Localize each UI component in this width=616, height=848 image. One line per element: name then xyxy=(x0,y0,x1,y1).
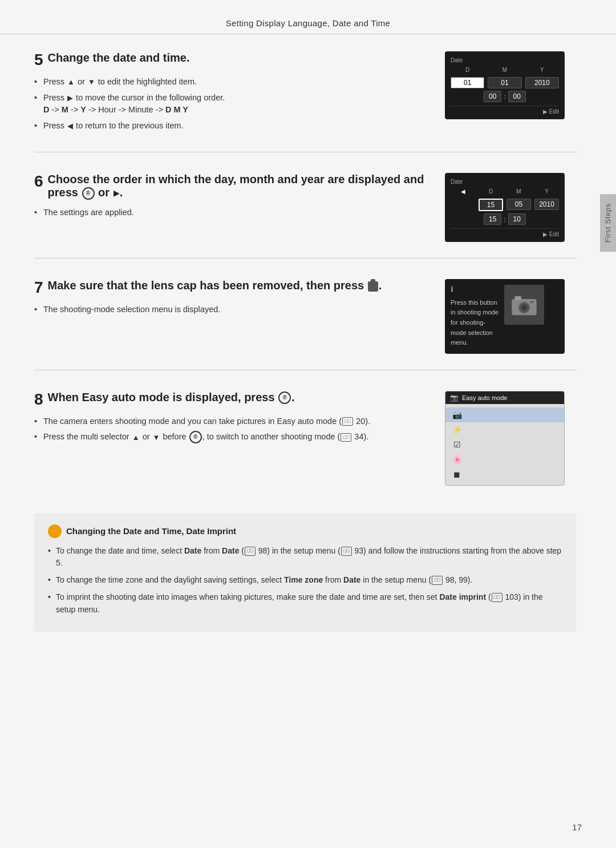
step-7-camera-screen: ℹ Press this buttonin shooting modefor s… xyxy=(445,279,565,354)
step-5-y-val: 2010 xyxy=(525,77,559,88)
step-6-section: 6 Choose the order in which the day, mon… xyxy=(34,173,576,259)
step-7-title-text: Make sure that the lens cap has been rem… xyxy=(48,279,428,292)
svg-rect-1 xyxy=(514,296,521,300)
camera-button-icon xyxy=(368,281,378,292)
note-bullet-1: To change the date and time, select Date… xyxy=(48,545,562,570)
step-7-bullet-1: The shooting-mode selection menu is disp… xyxy=(34,304,428,316)
step-6-time-row: 15 : 10 xyxy=(451,213,559,225)
step-5-date-headers: D M Y xyxy=(451,67,559,75)
step-6-d-val: 15 xyxy=(479,199,503,211)
note-title: 🔆 Changing the Date and Time, Date Impri… xyxy=(48,524,562,538)
note-bullet-2: To change the time zone and the daylight… xyxy=(48,574,562,587)
step-6-min-val: 10 xyxy=(508,213,526,225)
step-5-col-y: Y xyxy=(525,67,559,75)
side-tab: First Steps xyxy=(600,194,616,252)
step-5-section: 5 Change the date and time. Press ▲ or ▼… xyxy=(34,51,576,152)
step-6-date-values: 15 05 2010 xyxy=(451,199,559,211)
main-content: 5 Change the date and time. Press ▲ or ▼… xyxy=(0,34,616,649)
step-8-bullets: The camera enters shooting mode and you … xyxy=(34,415,428,444)
step-5-title-text: Change the date and time. xyxy=(48,51,428,64)
step-5-camera-screen: Date D M Y 01 01 2010 00 : 00 xyxy=(445,51,565,119)
step-5-col-m: M xyxy=(488,67,521,75)
step-7-camera-svg xyxy=(510,293,538,316)
step-6-title-text: Choose the order in which the day, month… xyxy=(48,173,428,200)
step-5-m-val: 01 xyxy=(488,77,521,88)
step-8-title-text: When Easy auto mode is displayed, press … xyxy=(48,391,428,405)
step-5-screen: Date D M Y 01 01 2010 00 : 00 xyxy=(445,51,576,119)
step-6-m-val: 05 xyxy=(506,199,531,211)
step-5-left: 5 Change the date and time. Press ▲ or ▼… xyxy=(34,51,445,136)
step-6-screen-label: Date xyxy=(451,179,559,185)
step-8-screen-camera-icon: 📷 xyxy=(450,394,459,402)
note-bullet-3: To imprint the shooting date into images… xyxy=(48,591,562,616)
step-8-mode-icon-1: 📷 xyxy=(451,410,463,419)
page-header: Setting Display Language, Date and Time xyxy=(0,0,616,34)
step-7-info-icon: ℹ xyxy=(451,285,499,293)
step-8-mode-icon-5: ◼ xyxy=(451,470,463,479)
step-5-d-val: 01 xyxy=(451,77,484,88)
step-8-mode-item-2: ⚡ xyxy=(445,422,564,437)
step-6-y-val: 2010 xyxy=(534,199,559,211)
step-5-title: 5 Change the date and time. xyxy=(34,51,428,69)
step-7-screen-text: Press this buttonin shooting modefor sho… xyxy=(451,298,499,348)
step-7-screen: ℹ Press this buttonin shooting modefor s… xyxy=(445,279,576,354)
step-7-number: 7 xyxy=(34,279,43,297)
step-8-section: 8 When Easy auto mode is displayed, pres… xyxy=(34,391,576,502)
note-icon: 🔆 xyxy=(48,524,62,538)
step-5-date-values: 01 01 2010 xyxy=(451,77,559,88)
step-8-easy-auto-screen: 📷 Easy auto mode 📷 ⚡ ☑ xyxy=(445,391,565,486)
step-8-mode-item-3: ☑ xyxy=(445,437,564,452)
page: Setting Display Language, Date and Time … xyxy=(0,0,616,848)
step-6-date-headers: ◀ D M Y xyxy=(451,188,559,196)
step-5-screen-footer: ▶ Edit xyxy=(451,106,559,115)
step-5-bullet-1: Press ▲ or ▼ to edit the highlighted ite… xyxy=(34,76,428,88)
note-section: 🔆 Changing the Date and Time, Date Impri… xyxy=(34,513,576,632)
step-7-section: 7 Make sure that the lens cap has been r… xyxy=(34,279,576,370)
step-5-screen-label: Date xyxy=(451,57,559,63)
step-8-mode-item-1: 📷 xyxy=(445,407,564,422)
step-8-bullet-2: Press the multi selector ▲ or ▼ before ®… xyxy=(34,431,428,443)
step-6-col-m: M xyxy=(506,188,531,196)
step-6-col-d: D xyxy=(479,188,503,196)
step-6-bullets: The settings are applied. xyxy=(34,207,428,219)
step-6-camera-screen: Date ◀ D M Y 15 05 2010 15 xyxy=(445,173,565,242)
step-8-screen: 📷 Easy auto mode 📷 ⚡ ☑ xyxy=(445,391,576,486)
step-5-bullet-2: Press ▶ to move the cursor in the follow… xyxy=(34,92,428,117)
step-6-arrow-col xyxy=(451,199,475,211)
step-7-camera-img xyxy=(504,285,544,325)
step-8-mode-icon-3: ☑ xyxy=(451,440,463,449)
step-6-bullet-1: The settings are applied. xyxy=(34,207,428,219)
step-6-sel-col: ◀ xyxy=(451,188,475,196)
step-7-title: 7 Make sure that the lens cap has been r… xyxy=(34,279,428,297)
page-number: 17 xyxy=(572,822,582,832)
note-title-text: Changing the Date and Time, Date Imprint xyxy=(66,526,236,536)
step-8-mode-icon-2: ⚡ xyxy=(451,425,463,434)
step-5-min-val: 00 xyxy=(508,91,526,102)
step-8-mode-list: 📷 ⚡ ☑ 🌸 ◼ xyxy=(445,404,564,485)
step-6-left: 6 Choose the order in which the day, mon… xyxy=(34,173,445,222)
step-8-number: 8 xyxy=(34,391,43,409)
step-6-hour-val: 15 xyxy=(484,213,501,225)
step-8-title: 8 When Easy auto mode is displayed, pres… xyxy=(34,391,428,409)
step-8-easy-auto-header: 📷 Easy auto mode xyxy=(445,391,564,404)
step-5-number: 5 xyxy=(34,51,43,69)
step-8-easy-auto-label: Easy auto mode xyxy=(462,394,508,401)
step-8-left: 8 When Easy auto mode is displayed, pres… xyxy=(34,391,445,447)
step-5-col-d: D xyxy=(451,67,484,75)
step-6-screen: Date ◀ D M Y 15 05 2010 15 xyxy=(445,173,576,242)
step-5-time-row: 00 : 00 xyxy=(451,91,559,102)
step-7-left: 7 Make sure that the lens cap has been r… xyxy=(34,279,445,320)
step-8-mode-item-5: ◼ xyxy=(445,467,564,482)
header-title: Setting Display Language, Date and Time xyxy=(226,18,391,28)
svg-point-4 xyxy=(522,306,525,309)
step-5-bullets: Press ▲ or ▼ to edit the highlighted ite… xyxy=(34,76,428,132)
step-5-bullet-3: Press ◀ to return to the previous item. xyxy=(34,120,428,132)
step-8-bullet-1: The camera enters shooting mode and you … xyxy=(34,415,428,428)
step-6-col-y: Y xyxy=(534,188,559,196)
step-6-screen-footer: ▶ Edit xyxy=(451,228,559,237)
note-bullets: To change the date and time, select Date… xyxy=(48,545,562,616)
step-8-mode-icon-4: 🌸 xyxy=(451,455,463,464)
svg-rect-5 xyxy=(530,301,534,303)
step-6-number: 6 xyxy=(34,173,43,191)
step-5-hour-val: 00 xyxy=(484,91,501,102)
